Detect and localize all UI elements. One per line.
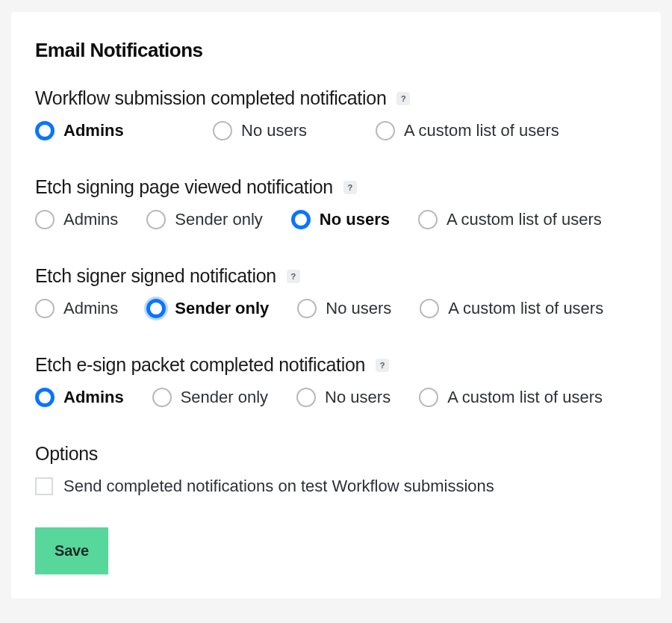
radio-icon — [146, 299, 166, 318]
radio-group: Admins Sender only No users A custom lis… — [35, 299, 637, 318]
page-title: Email Notifications — [35, 39, 637, 62]
radio-option-admins[interactable]: Admins — [35, 210, 118, 229]
help-icon[interactable]: ? — [376, 359, 389, 372]
radio-icon — [146, 210, 166, 229]
checkbox-test-submissions[interactable]: Send completed notifications on test Wor… — [35, 477, 637, 496]
radio-icon — [296, 388, 316, 407]
radio-icon — [35, 388, 55, 407]
radio-group: Admins No users A custom list of users — [35, 121, 637, 140]
radio-option-no-users[interactable]: No users — [297, 299, 391, 318]
help-icon[interactable]: ? — [396, 92, 410, 105]
section-heading: Etch signing page viewed notification — [35, 176, 333, 198]
checkbox-label: Send completed notifications on test Wor… — [63, 477, 494, 496]
radio-option-no-users[interactable]: No users — [291, 210, 390, 229]
radio-label: No users — [320, 210, 390, 229]
radio-label: Admins — [63, 388, 124, 407]
section-header-row: Etch signing page viewed notification ? — [35, 176, 637, 198]
radio-label: Sender only — [175, 299, 269, 318]
checkbox-icon — [35, 477, 53, 495]
options-heading: Options — [35, 443, 637, 465]
radio-icon — [35, 299, 55, 318]
radio-option-admins[interactable]: Admins — [35, 299, 118, 318]
radio-option-custom-list[interactable]: A custom list of users — [376, 121, 559, 140]
radio-label: A custom list of users — [447, 388, 603, 407]
radio-label: A custom list of users — [404, 121, 559, 140]
settings-card: Email Notifications Workflow submission … — [11, 12, 661, 598]
radio-icon — [297, 299, 317, 318]
section-workflow-submission: Workflow submission completed notificati… — [35, 87, 637, 140]
radio-option-sender-only[interactable]: Sender only — [152, 388, 268, 407]
radio-label: Sender only — [175, 210, 262, 229]
options-section: Options Send completed notifications on … — [35, 443, 637, 574]
radio-icon — [420, 299, 439, 318]
radio-option-no-users[interactable]: No users — [213, 121, 347, 140]
radio-option-no-users[interactable]: No users — [296, 388, 391, 407]
radio-label: No users — [241, 121, 307, 140]
radio-icon — [291, 210, 311, 229]
radio-label: Admins — [63, 210, 118, 229]
radio-icon — [418, 210, 438, 229]
radio-icon — [35, 210, 55, 229]
radio-label: No users — [326, 299, 391, 318]
radio-label: A custom list of users — [447, 210, 602, 229]
radio-label: A custom list of users — [448, 299, 603, 318]
radio-icon — [152, 388, 172, 407]
radio-label: Admins — [63, 299, 118, 318]
help-icon[interactable]: ? — [287, 270, 300, 283]
radio-option-custom-list[interactable]: A custom list of users — [419, 388, 603, 407]
section-heading: Workflow submission completed notificati… — [35, 87, 386, 109]
radio-icon — [35, 121, 55, 140]
radio-label: No users — [325, 388, 391, 407]
radio-option-custom-list[interactable]: A custom list of users — [420, 299, 603, 318]
radio-icon — [419, 388, 438, 407]
radio-option-custom-list[interactable]: A custom list of users — [418, 210, 602, 229]
radio-option-admins[interactable]: Admins — [35, 121, 184, 140]
radio-group: Admins Sender only No users A custom lis… — [35, 388, 637, 407]
section-etch-viewed: Etch signing page viewed notification ? … — [35, 176, 637, 229]
radio-label: Sender only — [181, 388, 268, 407]
radio-option-sender-only[interactable]: Sender only — [146, 299, 269, 318]
section-header-row: Etch e-sign packet completed notificatio… — [35, 354, 637, 376]
section-etch-packet-completed: Etch e-sign packet completed notificatio… — [35, 354, 637, 407]
radio-group: Admins Sender only No users A custom lis… — [35, 210, 637, 229]
radio-icon — [213, 121, 232, 140]
section-etch-signer-signed: Etch signer signed notification ? Admins… — [35, 265, 637, 318]
radio-option-admins[interactable]: Admins — [35, 388, 124, 407]
save-button[interactable]: Save — [35, 527, 108, 574]
section-heading: Etch signer signed notification — [35, 265, 276, 287]
section-header-row: Workflow submission completed notificati… — [35, 87, 637, 109]
section-header-row: Etch signer signed notification ? — [35, 265, 637, 287]
section-heading: Etch e-sign packet completed notificatio… — [35, 354, 365, 376]
radio-label: Admins — [63, 121, 124, 140]
help-icon[interactable]: ? — [343, 181, 357, 194]
radio-option-sender-only[interactable]: Sender only — [146, 210, 262, 229]
radio-icon — [376, 121, 395, 140]
